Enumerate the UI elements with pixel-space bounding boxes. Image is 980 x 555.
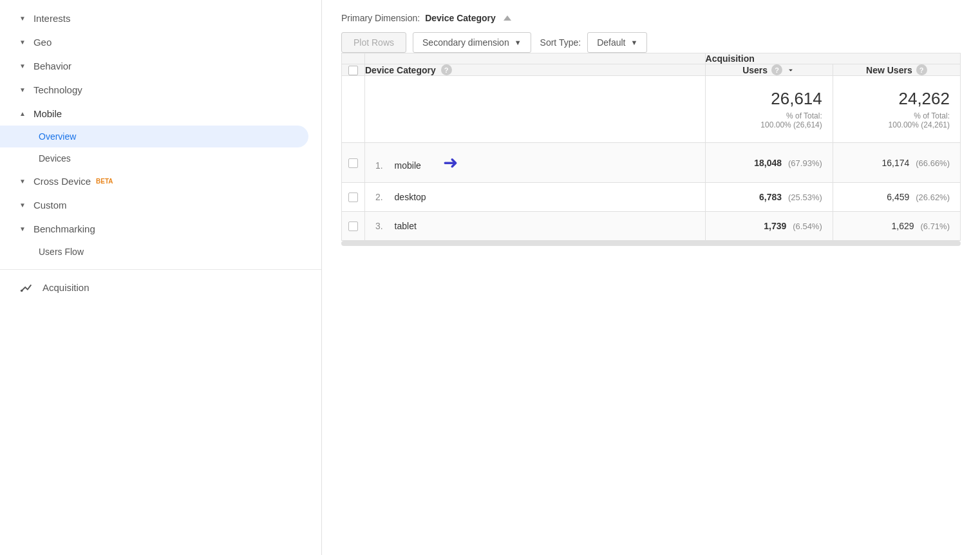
sort-down-icon[interactable] [786, 66, 795, 75]
row-checkbox[interactable] [348, 221, 358, 231]
sidebar-child-label: Users Flow [39, 247, 84, 257]
new-users-value: 6,459 [887, 192, 909, 202]
row-number: 1. [375, 160, 383, 171]
primary-dimension-bar: Primary Dimension: Device Category [341, 13, 961, 23]
device-cat-help-icon[interactable]: ? [441, 64, 452, 75]
sidebar-item-label: Cross Device [33, 176, 91, 187]
table-row: 2. desktop 6,783 (25.53%) 6,459 (26.62%) [342, 183, 961, 212]
sidebar-child-label: Devices [39, 153, 71, 164]
table-scrollbar[interactable] [341, 241, 961, 246]
toolbar: Plot Rows Secondary dimension ▼ Sort Typ… [341, 32, 961, 53]
chevron-up-icon[interactable] [504, 15, 511, 21]
table-row: 1. mobile ➜ 18,048 (67.93%) 16,174 (66.6… [342, 143, 961, 183]
device-value: tablet [395, 221, 417, 231]
sidebar-item-label: Geo [33, 37, 52, 48]
sidebar-item-mobile[interactable]: ▲ Mobile [0, 102, 321, 126]
new-users-label: New Users [866, 65, 912, 75]
sidebar-item-technology[interactable]: ▼ Technology [0, 78, 321, 102]
primary-dim-label: Primary Dimension: [341, 13, 420, 23]
new-users-pct: (26.62%) [916, 193, 950, 202]
row-checkbox-cell[interactable] [342, 143, 365, 183]
sidebar-item-label: Interests [33, 13, 71, 24]
totals-new-users-value: 24,262 [843, 89, 950, 109]
acquisition-header: Acquisition [705, 53, 960, 64]
chevron-down-icon: ▼ [19, 178, 26, 185]
sidebar-item-label: Custom [33, 200, 67, 211]
sidebar-item-geo[interactable]: ▼ Geo [0, 30, 321, 54]
arrow-right-icon: ➜ [443, 152, 458, 173]
sidebar-item-custom[interactable]: ▼ Custom [0, 193, 321, 217]
row-checkbox[interactable] [348, 158, 358, 168]
sidebar-item-label: Acquisition [42, 282, 90, 293]
new-users-value: 1,629 [892, 221, 914, 231]
main-content: Primary Dimension: Device Category Plot … [322, 0, 980, 555]
sidebar-item-label: Behavior [33, 61, 71, 71]
row-checkbox-cell[interactable] [342, 212, 365, 241]
sidebar: ▼ Interests ▼ Geo ▼ Behavior ▼ Technolog… [0, 0, 322, 555]
table-row: 3. tablet 1,739 (6.54%) 1,629 (6.71%) [342, 212, 961, 241]
sidebar-item-label: Technology [33, 84, 82, 95]
users-cell: 18,048 (67.93%) [705, 143, 833, 183]
sort-type-label: Sort Type: [540, 37, 581, 48]
sidebar-child-label: Overview [39, 131, 76, 142]
sidebar-child-overview[interactable]: Overview [0, 126, 308, 147]
sidebar-item-acquisition[interactable]: Acquisition [0, 269, 321, 305]
row-checkbox[interactable] [348, 193, 358, 202]
sidebar-item-interests[interactable]: ▼ Interests [0, 6, 321, 30]
device-category-header: Device Category ? [365, 64, 706, 76]
users-help-icon[interactable]: ? [771, 64, 782, 75]
chevron-down-icon: ▼ [630, 39, 637, 46]
plot-rows-button[interactable]: Plot Rows [341, 32, 406, 53]
users-cell: 1,739 (6.54%) [705, 212, 833, 241]
sidebar-item-cross-device[interactable]: ▼ Cross Device BETA [0, 169, 321, 193]
totals-users-pct: % of Total: 100.00% (26,614) [716, 111, 822, 129]
users-header: Users ? [705, 64, 833, 76]
acquisition-icon [19, 280, 33, 294]
primary-dim-value: Device Category [425, 13, 496, 23]
totals-row: 26,614 % of Total: 100.00% (26,614) 24,2… [342, 76, 961, 143]
sidebar-child-devices[interactable]: Devices [0, 147, 321, 169]
chevron-down-icon: ▼ [19, 202, 26, 209]
device-value: mobile [395, 160, 421, 171]
table-header-group-row: Acquisition [342, 53, 961, 64]
device-cat-label: Device Category [365, 65, 436, 75]
device-cell: 2. desktop [365, 183, 706, 212]
secondary-dimension-dropdown[interactable]: Secondary dimension ▼ [413, 32, 531, 53]
row-number: 2. [375, 192, 383, 202]
users-pct: (67.93%) [788, 158, 822, 168]
select-all-checkbox[interactable] [348, 66, 358, 75]
data-table: Acquisition Device Category ? Users ? [341, 53, 961, 241]
beta-badge: BETA [96, 178, 113, 185]
users-cell: 6,783 (25.53%) [705, 183, 833, 212]
device-cell: 3. tablet [365, 212, 706, 241]
chevron-down-icon: ▼ [19, 39, 26, 46]
row-checkbox-cell[interactable] [342, 183, 365, 212]
users-value: 18,048 [754, 158, 782, 168]
sort-default-dropdown[interactable]: Default ▼ [587, 32, 647, 53]
chevron-up-icon: ▲ [19, 110, 26, 117]
totals-users-value: 26,614 [716, 89, 822, 109]
users-value: 6,783 [759, 192, 782, 202]
sidebar-item-behavior[interactable]: ▼ Behavior [0, 54, 321, 78]
new-users-pct: (6.71%) [920, 221, 950, 231]
chevron-down-icon: ▼ [514, 39, 522, 46]
table-subheader-row: Device Category ? Users ? New U [342, 64, 961, 76]
chevron-down-icon: ▼ [19, 62, 26, 70]
new-users-header: New Users ? [833, 64, 960, 76]
sidebar-item-label: Mobile [33, 108, 62, 119]
sidebar-child-users-flow[interactable]: Users Flow [0, 241, 321, 263]
new-users-cell: 16,174 (66.66%) [833, 143, 960, 183]
sidebar-item-label: Benchmarking [33, 223, 95, 234]
users-pct: (6.54%) [793, 221, 822, 231]
sort-default-label: Default [597, 37, 625, 48]
device-value: desktop [395, 192, 426, 202]
sidebar-item-benchmarking[interactable]: ▼ Benchmarking [0, 217, 321, 241]
new-users-value: 16,174 [882, 158, 910, 168]
new-users-help-icon[interactable]: ? [916, 64, 927, 75]
chevron-down-icon: ▼ [19, 86, 26, 93]
users-label: Users [742, 65, 768, 75]
svg-point-0 [21, 290, 23, 292]
new-users-pct: (66.66%) [916, 158, 950, 168]
users-value: 1,739 [764, 221, 786, 231]
row-number: 3. [375, 221, 383, 231]
